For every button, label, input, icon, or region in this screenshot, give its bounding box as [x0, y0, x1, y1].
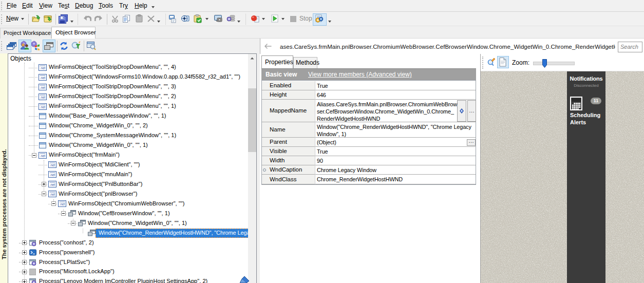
svg-text:.net: .net — [40, 105, 46, 109]
svg-text:.net: .net — [40, 86, 46, 89]
svg-text:.net: .net — [50, 183, 55, 186]
svg-text:.net: .net — [40, 66, 46, 70]
svg-text:.net: .net — [50, 173, 55, 177]
svg-text:.net: .net — [40, 96, 46, 99]
svg-text:.net: .net — [60, 202, 65, 206]
svg-text:.net: .net — [50, 193, 55, 196]
svg-text:.net: .net — [50, 163, 55, 167]
svg-text:.net: .net — [40, 76, 46, 80]
svg-text:.net: .net — [40, 154, 46, 158]
